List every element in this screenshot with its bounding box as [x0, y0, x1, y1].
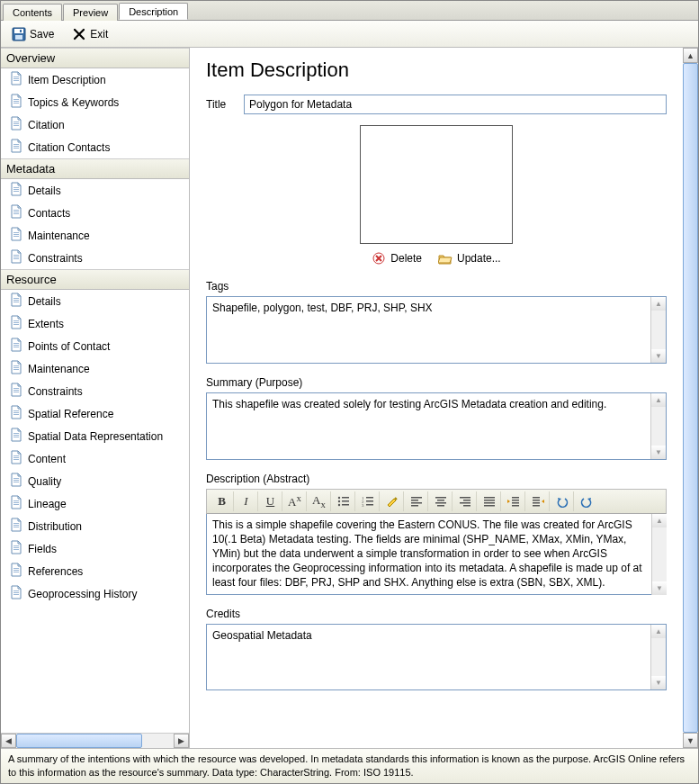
document-icon — [10, 227, 22, 244]
svg-rect-89 — [435, 502, 446, 504]
sidebar-item-metadata-3[interactable]: Constraints — [1, 247, 189, 269]
svg-rect-61 — [13, 545, 19, 546]
rte-undo-button[interactable] — [551, 491, 574, 511]
sidebar-item-label: References — [28, 565, 83, 578]
document-icon — [10, 249, 22, 266]
svg-rect-64 — [13, 568, 19, 569]
sidebar-item-label: Item Description — [28, 74, 106, 86]
rte-redo-button[interactable] — [575, 491, 598, 511]
svg-rect-38 — [13, 367, 19, 368]
thumbnail-delete-button[interactable]: Delete — [372, 251, 422, 266]
tags-textarea[interactable] — [207, 297, 666, 363]
rte-underline-button[interactable]: U — [259, 491, 282, 511]
sidebar-item-label: Details — [28, 185, 61, 197]
rte-highlight-button[interactable] — [381, 491, 404, 511]
thumbnail-delete-label: Delete — [390, 252, 422, 265]
sidebar-item-resource-13[interactable]: Geoprocessing History — [1, 582, 189, 605]
exit-button[interactable]: Exit — [68, 25, 112, 43]
svg-rect-85 — [411, 502, 422, 504]
sidebar-item-resource-11[interactable]: Fields — [1, 537, 189, 560]
sidebar-item-resource-1[interactable]: Extents — [1, 312, 189, 335]
svg-rect-65 — [13, 570, 19, 571]
scroll-up-button[interactable]: ▲ — [683, 48, 698, 63]
sidebar-item-resource-6[interactable]: Spatial Data Representation — [1, 425, 189, 447]
svg-rect-3 — [20, 30, 22, 32]
sidebar-item-label: Points of Contact — [28, 340, 110, 353]
sidebar-item-resource-5[interactable]: Spatial Reference — [1, 402, 189, 425]
svg-rect-27 — [13, 258, 19, 259]
document-icon — [10, 540, 22, 557]
rte-align-justify-button[interactable] — [478, 491, 501, 511]
sidebar-item-resource-2[interactable]: Points of Contact — [1, 335, 189, 357]
tab-contents[interactable]: Contents — [3, 4, 62, 21]
rte-subscript-button[interactable]: Ax — [308, 491, 331, 511]
svg-rect-83 — [411, 497, 422, 499]
rte-bold-button[interactable]: B — [211, 491, 234, 511]
summary-scrollbar[interactable]: ▲▼ — [650, 393, 666, 459]
tags-scrollbar[interactable]: ▲▼ — [650, 297, 666, 363]
document-icon — [10, 473, 22, 490]
sidebar-item-resource-10[interactable]: Distribution — [1, 515, 189, 537]
rte-align-right-button[interactable] — [453, 491, 477, 511]
document-icon — [10, 338, 22, 355]
sidebar-item-overview-3[interactable]: Citation Contacts — [1, 136, 189, 158]
sidebar-item-label: Contacts — [28, 207, 70, 220]
sidebar-item-resource-12[interactable]: References — [1, 560, 189, 582]
rte-align-center-button[interactable] — [429, 491, 453, 511]
title-input[interactable] — [244, 95, 667, 114]
tab-preview[interactable]: Preview — [63, 4, 118, 21]
sidebar-item-label: Citation — [28, 119, 65, 131]
svg-rect-42 — [13, 392, 19, 392]
svg-rect-90 — [437, 505, 444, 507]
description-scrollbar[interactable]: ▲▼ — [651, 514, 667, 595]
document-icon — [10, 405, 22, 422]
content-vertical-scrollbar[interactable]: ▲ ▼ — [683, 48, 698, 748]
scroll-thumb[interactable] — [16, 734, 142, 748]
scroll-left-button[interactable]: ◀ — [1, 734, 16, 748]
rte-numbered-list-button[interactable]: 123 — [356, 491, 380, 511]
save-button[interactable]: Save — [8, 25, 58, 43]
save-label: Save — [30, 28, 54, 41]
svg-rect-87 — [435, 497, 446, 499]
sidebar-horizontal-scrollbar[interactable]: ◀ ▶ — [1, 733, 189, 748]
sidebar-item-resource-7[interactable]: Content — [1, 447, 189, 470]
description-editor[interactable]: This is a simple shapefile covering the … — [206, 514, 667, 595]
rte-indent-button[interactable] — [526, 491, 550, 511]
sidebar-item-resource-0[interactable]: Details — [1, 290, 189, 312]
svg-rect-98 — [484, 505, 495, 507]
svg-rect-54 — [13, 482, 19, 482]
sidebar-item-resource-3[interactable]: Maintenance — [1, 357, 189, 380]
tags-label: Tags — [206, 280, 667, 293]
sidebar-item-resource-8[interactable]: Quality — [1, 470, 189, 492]
credits-textarea[interactable] — [207, 625, 666, 690]
sidebar-item-resource-9[interactable]: Lineage — [1, 492, 189, 515]
sidebar-item-overview-1[interactable]: Topics & Keywords — [1, 91, 189, 113]
rte-align-left-button[interactable] — [405, 491, 428, 511]
credits-scrollbar[interactable]: ▲▼ — [650, 625, 666, 690]
svg-rect-94 — [463, 505, 470, 507]
sidebar-item-overview-0[interactable]: Item Description — [1, 68, 189, 91]
summary-textarea[interactable] — [207, 393, 666, 459]
rte-italic-button[interactable]: I — [235, 491, 258, 511]
document-icon — [10, 360, 22, 377]
scroll-right-button[interactable]: ▶ — [174, 734, 189, 748]
sidebar-item-metadata-1[interactable]: Contacts — [1, 202, 189, 224]
sidebar-item-metadata-0[interactable]: Details — [1, 179, 189, 202]
svg-rect-82 — [366, 504, 373, 506]
sidebar-item-label: Citation Contacts — [28, 141, 110, 154]
svg-rect-18 — [13, 191, 19, 192]
rte-outdent-button[interactable] — [502, 491, 525, 511]
sidebar-item-overview-2[interactable]: Citation — [1, 113, 189, 136]
document-icon — [10, 450, 22, 467]
svg-rect-102 — [512, 505, 519, 507]
tab-description[interactable]: Description — [119, 3, 188, 20]
rte-bullet-list-button[interactable] — [332, 491, 355, 511]
sidebar-item-resource-4[interactable]: Constraints — [1, 380, 189, 402]
sidebar-item-label: Spatial Data Representation — [28, 430, 163, 443]
scroll-thumb[interactable] — [683, 63, 698, 733]
scroll-down-button[interactable]: ▼ — [683, 733, 698, 748]
sidebar-item-metadata-2[interactable]: Maintenance — [1, 224, 189, 247]
svg-rect-41 — [13, 390, 19, 391]
rte-superscript-button[interactable]: Ax — [283, 491, 307, 511]
thumbnail-update-button[interactable]: Update... — [438, 251, 501, 266]
